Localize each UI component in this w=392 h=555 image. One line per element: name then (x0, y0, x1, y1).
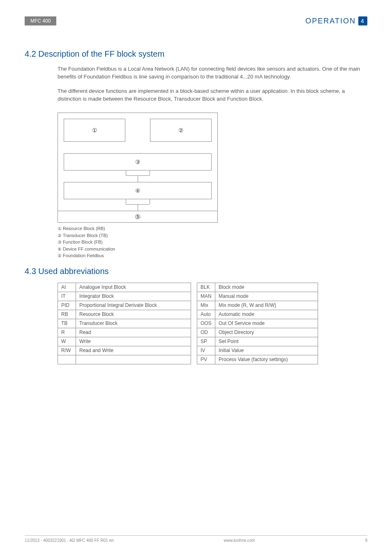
table-row: AutoAutomatic mode (197, 310, 318, 319)
table-row: RRead (58, 328, 191, 337)
diagram-box-5: ⑤ (58, 211, 217, 222)
legend-4: ④ Device FF communication (58, 246, 367, 253)
table-row: ITIntegrator Block (58, 292, 191, 301)
abbr-table-left: AIAnalogue Input Block ITIntegrator Bloc… (58, 283, 191, 364)
diagram-box-4: ④ (64, 182, 212, 199)
heading-4-2: 4.2 Description of the FF block system (25, 49, 367, 59)
table-row: OOSOut Of Service mode (197, 319, 318, 328)
abbreviation-tables: AIAnalogue Input Block ITIntegrator Bloc… (58, 283, 367, 364)
para-4-2-1: The Foundation Fieldbus is a Local Area … (58, 65, 362, 81)
legend-5: ⑤ Foundation Fieldbus (58, 252, 367, 259)
table-row: MANManual mode (197, 292, 318, 301)
table-row: AIAnalogue Input Block (58, 283, 191, 292)
footer-page-number: 9 (365, 538, 367, 543)
table-row: ODObject Directory (197, 328, 318, 337)
table-row: BLKBlock mode (197, 283, 318, 292)
legend-3: ③ Function Block (FB) (58, 239, 367, 246)
table-row: IVInitial Value (197, 346, 318, 355)
footer-center: www.krohne.com (224, 538, 255, 543)
heading-4-3: 4.3 Used abbreviations (25, 267, 367, 276)
section-title-bar: OPERATION 4 (305, 16, 367, 25)
table-row: WWrite (58, 337, 191, 346)
table-row: SPSet Point (197, 337, 318, 346)
table-row: RBResource Block (58, 310, 191, 319)
table-row: PVProcess Value (factory settings) (197, 355, 318, 364)
footer-left: 11/2013 - 4003221901 - AD MFC 400 FF R01… (25, 538, 114, 543)
product-tag: MFC 400 (25, 16, 56, 25)
para-4-2-2: The different device functions are imple… (58, 88, 362, 103)
page-footer: 11/2013 - 4003221901 - AD MFC 400 FF R01… (25, 535, 367, 543)
abbr-table-right: BLKBlock mode MANManual mode MixMix mode… (197, 283, 318, 364)
diagram-box-1: ① (64, 119, 125, 142)
diagram-legend: ① Resource Block (RB) ② Transducer Block… (58, 225, 367, 259)
section-title: OPERATION (305, 17, 356, 25)
diagram-box-3: ③ (64, 153, 212, 170)
diagram-box-2: ② (150, 119, 212, 142)
legend-2: ② Transducer Block (TB) (58, 232, 367, 239)
block-diagram: ① ② ③ ④ ⑤ (58, 113, 218, 223)
table-row (58, 355, 191, 364)
table-row: PIDProportional Integral Derivate Block (58, 301, 191, 310)
table-row: R/WRead and Write (58, 346, 191, 355)
legend-1: ① Resource Block (RB) (58, 225, 367, 232)
table-row: TBTransducer Block (58, 319, 191, 328)
section-number-badge: 4 (358, 16, 367, 25)
table-row: MixMix mode (R, W and R/W) (197, 301, 318, 310)
page-header: MFC 400 OPERATION 4 (25, 16, 367, 25)
